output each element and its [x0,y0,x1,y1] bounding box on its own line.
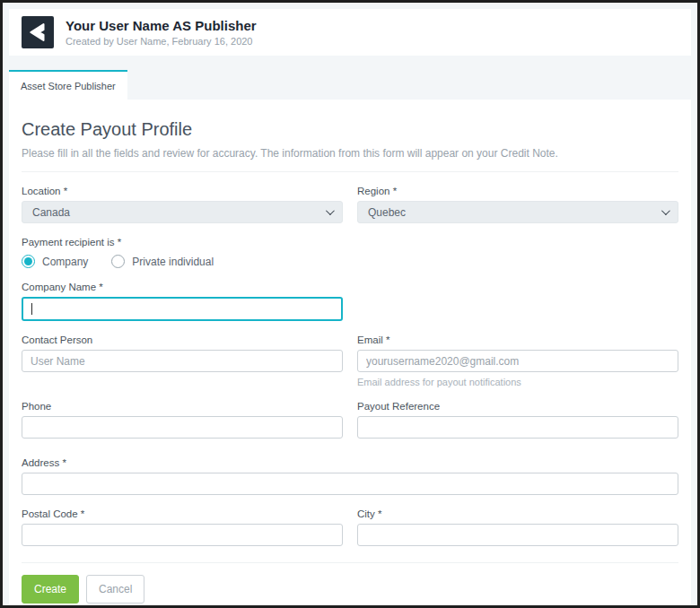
payout-reference-label: Payout Reference [357,401,678,413]
unity-logo-icon [22,16,54,48]
city-field: City * [357,508,678,546]
tab-bar: Asset Store Publisher [9,70,691,100]
email-helper-text: Email address for payout notifications [357,377,678,387]
cancel-button[interactable]: Cancel [86,575,144,604]
postal-code-input[interactable] [22,524,343,546]
postal-code-label: Postal Code * [22,508,343,520]
contact-person-input[interactable] [22,350,343,372]
publisher-subtitle: Created by User Name, February 16, 2020 [66,36,257,47]
location-field: Location * Canada [22,186,343,223]
contact-person-label: Contact Person [22,334,343,346]
spacer [357,282,678,334]
company-name-input[interactable] [22,297,343,321]
location-select[interactable]: Canada [22,201,343,223]
radio-company-label: Company [42,256,88,268]
radio-unselected-icon[interactable] [111,255,125,268]
region-label: Region * [357,186,678,197]
create-button[interactable]: Create [22,575,79,604]
recipient-options: Company Private individual [22,255,678,268]
location-value: Canada [32,206,70,219]
email-field: Email * Email address for payout notific… [357,334,678,387]
address-field: Address * [22,457,678,495]
phone-field: Phone [22,401,343,439]
page-title: Create Payout Profile [22,119,678,140]
city-input[interactable] [357,524,678,546]
postal-code-field: Postal Code * [22,508,343,546]
publisher-header: Your User Name AS Publisher Created by U… [9,9,691,56]
text-cursor [31,303,32,315]
chevron-down-icon [661,206,670,215]
radio-company[interactable]: Company [22,255,88,268]
form-actions: Create Cancel [22,575,678,604]
company-name-field: Company Name * [22,282,343,321]
city-label: City * [357,508,678,520]
header-text-block: Your User Name AS Publisher Created by U… [66,18,257,47]
payout-reference-field: Payout Reference [357,401,678,439]
app-window: Your User Name AS Publisher Created by U… [0,0,700,608]
radio-selected-icon[interactable] [22,255,35,268]
tab-asset-store-publisher[interactable]: Asset Store Publisher [9,70,127,100]
address-label: Address * [22,457,678,469]
address-input[interactable] [22,473,678,495]
region-field: Region * Quebec [357,186,678,223]
radio-private-individual-label: Private individual [132,256,214,268]
payout-profile-form-card: Create Payout Profile Please fill in all… [9,100,691,608]
payout-form: Location * Canada Region * Quebec Paymen… [22,186,678,560]
region-select[interactable]: Quebec [357,201,678,223]
radio-private-individual[interactable]: Private individual [111,255,214,268]
payout-reference-input[interactable] [357,416,678,439]
email-label: Email * [357,334,678,346]
contact-person-field: Contact Person [22,334,343,387]
recipient-label: Payment recipient is * [22,237,678,248]
location-label: Location * [22,186,343,197]
page-description: Please fill in all the fields and review… [22,147,678,160]
phone-label: Phone [22,401,343,413]
company-name-label: Company Name * [22,282,343,293]
unity-cube-glyph [26,21,49,44]
email-input[interactable] [357,350,678,372]
footer-divider [22,562,678,563]
publisher-title: Your User Name AS Publisher [66,18,257,34]
recipient-field: Payment recipient is * Company Private i… [22,237,678,268]
chevron-down-icon [326,206,335,215]
region-value: Quebec [368,206,406,219]
phone-input[interactable] [22,416,343,439]
section-divider [22,171,678,172]
